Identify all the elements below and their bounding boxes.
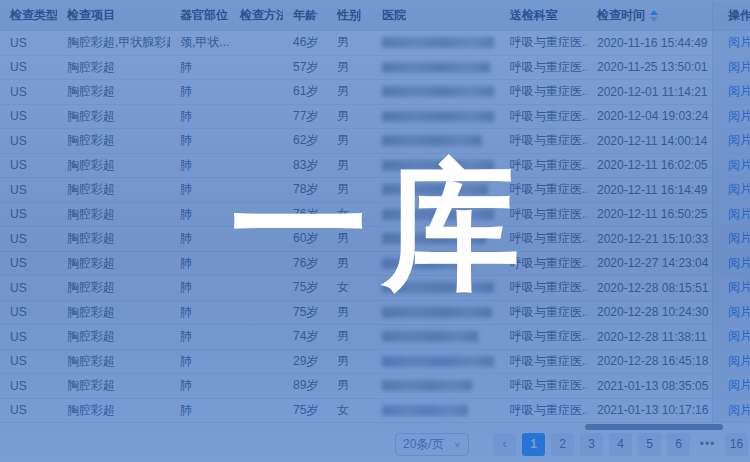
cell-age: 29岁 xyxy=(283,350,327,374)
cell-actions: 阅片 xyxy=(712,178,750,202)
hospital-redacted-blur xyxy=(382,307,492,318)
cell-exam-time: 2020-12-04 19:03:24 xyxy=(587,105,712,129)
cell-organ-part: 颈,甲状... xyxy=(170,31,230,55)
cell-send-dept: 呼吸与重症医... xyxy=(500,31,587,55)
view-image-link[interactable]: 阅片 xyxy=(728,328,750,345)
cell-send-dept: 呼吸与重症医... xyxy=(500,399,587,423)
cell-hospital xyxy=(372,301,500,325)
cell-send-dept: 呼吸与重症医... xyxy=(500,203,587,227)
cell-send-dept: 呼吸与重症医... xyxy=(500,105,587,129)
page-button-2[interactable]: 2 xyxy=(551,433,574,456)
page-button-6[interactable]: 6 xyxy=(667,433,690,456)
cell-organ-part: 肺 xyxy=(170,203,230,227)
view-image-link[interactable]: 阅片 xyxy=(728,377,750,394)
page-button-5[interactable]: 5 xyxy=(638,433,661,456)
cell-exam-item: 胸腔彩超 xyxy=(57,203,170,227)
cell-exam-item: 胸腔彩超 xyxy=(57,374,170,398)
cell-send-dept: 呼吸与重症医... xyxy=(500,374,587,398)
hospital-redacted-blur xyxy=(382,209,494,220)
cell-actions: 阅片 xyxy=(712,105,750,129)
cell-actions: 阅片 xyxy=(712,31,750,55)
view-image-link[interactable]: 阅片 xyxy=(728,83,750,100)
column-header-exam-method: 检查方法 xyxy=(230,7,283,24)
cell-exam-type: US xyxy=(0,252,57,276)
prev-page-button[interactable]: ‹ xyxy=(493,433,516,456)
table-row: US 胸腔彩超 肺 78岁 男 呼吸与重症医... 2020-12-11 16:… xyxy=(0,178,750,203)
cell-exam-type: US xyxy=(0,325,57,349)
cell-exam-method xyxy=(230,252,283,276)
cell-exam-method xyxy=(230,350,283,374)
hospital-redacted-blur xyxy=(382,111,494,122)
cell-organ-part: 肺 xyxy=(170,374,230,398)
view-image-link[interactable]: 阅片 xyxy=(728,230,750,247)
table-row: US 胸腔彩超 肺 76岁 女 呼吸与重症医... 2020-12-11 16:… xyxy=(0,203,750,228)
cell-exam-time: 2021-01-13 10:17:16 xyxy=(587,399,712,423)
page-button-1[interactable]: 1 xyxy=(522,433,545,456)
page-button-4[interactable]: 4 xyxy=(609,433,632,456)
cell-hospital xyxy=(372,154,500,178)
view-image-link[interactable]: 阅片 xyxy=(728,59,750,76)
table-row: US 胸腔彩超 肺 60岁 男 呼吸与重症医... 2020-12-21 15:… xyxy=(0,227,750,252)
cell-exam-type: US xyxy=(0,276,57,300)
cell-actions: 阅片 xyxy=(712,374,750,398)
more-pages-button[interactable]: ••• xyxy=(696,433,719,456)
cell-exam-item: 胸腔彩超 xyxy=(57,178,170,202)
view-image-link[interactable]: 阅片 xyxy=(728,206,750,223)
view-image-link[interactable]: 阅片 xyxy=(728,279,750,296)
view-image-link[interactable]: 阅片 xyxy=(728,108,750,125)
column-header-exam-time[interactable]: 检查时间 xyxy=(587,7,712,24)
hospital-redacted-blur xyxy=(382,233,486,244)
view-image-link[interactable]: 阅片 xyxy=(728,255,750,272)
page-button-16[interactable]: 16 xyxy=(725,433,748,456)
cell-age: 62岁 xyxy=(283,129,327,153)
cell-organ-part: 肺 xyxy=(170,276,230,300)
page-button-3[interactable]: 3 xyxy=(580,433,603,456)
cell-exam-time: 2020-12-27 14:23:04 xyxy=(587,252,712,276)
pagination-bar: 20条/页 ∨ ‹ 123456•••16 xyxy=(0,432,748,456)
view-image-link[interactable]: 阅片 xyxy=(728,132,750,149)
view-image-link[interactable]: 阅片 xyxy=(728,304,750,321)
view-image-link[interactable]: 阅片 xyxy=(728,181,750,198)
view-image-link[interactable]: 阅片 xyxy=(728,34,750,51)
column-header-organ-part: 器官部位 xyxy=(170,7,230,24)
cell-actions: 阅片 xyxy=(712,154,750,178)
table-row: US 胸腔彩超 肺 89岁 男 呼吸与重症医... 2021-01-13 08:… xyxy=(0,374,750,399)
table-row: US 胸腔彩超 肺 83岁 男 呼吸与重症医... 2020-12-11 16:… xyxy=(0,154,750,179)
cell-hospital xyxy=(372,325,500,349)
cell-gender: 男 xyxy=(327,31,372,55)
cell-actions: 阅片 xyxy=(712,129,750,153)
horizontal-scrollbar[interactable] xyxy=(0,424,750,431)
cell-exam-method xyxy=(230,227,283,251)
cell-exam-method xyxy=(230,178,283,202)
cell-exam-time: 2020-12-28 16:45:18 xyxy=(587,350,712,374)
view-image-link[interactable]: 阅片 xyxy=(728,353,750,370)
cell-gender: 女 xyxy=(327,203,372,227)
cell-exam-item: 胸腔彩超 xyxy=(57,350,170,374)
view-image-link[interactable]: 阅片 xyxy=(728,402,750,419)
cell-exam-type: US xyxy=(0,129,57,153)
chevron-left-icon: ‹ xyxy=(503,437,507,451)
cell-hospital xyxy=(372,227,500,251)
view-image-link[interactable]: 阅片 xyxy=(728,157,750,174)
page-size-select[interactable]: 20条/页 ∨ xyxy=(395,433,469,456)
cell-exam-type: US xyxy=(0,301,57,325)
cell-actions: 阅片 xyxy=(712,399,750,423)
cell-exam-method xyxy=(230,80,283,104)
cell-gender: 男 xyxy=(327,178,372,202)
cell-organ-part: 肺 xyxy=(170,325,230,349)
sort-caret-icon[interactable] xyxy=(650,10,658,22)
cell-send-dept: 呼吸与重症医... xyxy=(500,276,587,300)
table-header-row: 检查类型检查项目器官部位检查方法年龄性别医院送检科室检查时间操作 xyxy=(0,0,750,31)
cell-gender: 男 xyxy=(327,252,372,276)
cell-hospital xyxy=(372,105,500,129)
cell-exam-type: US xyxy=(0,56,57,80)
cell-hospital xyxy=(372,56,500,80)
table-row: US 胸腔彩超 肺 77岁 男 呼吸与重症医... 2020-12-04 19:… xyxy=(0,105,750,130)
cell-exam-item: 胸腔彩超 xyxy=(57,301,170,325)
table-body: US 胸腔彩超,甲状腺彩超 颈,甲状... 46岁 男 呼吸与重症医... 20… xyxy=(0,31,750,423)
cell-actions: 阅片 xyxy=(712,203,750,227)
column-header-exam-item: 检查项目 xyxy=(57,7,170,24)
cell-age: 75岁 xyxy=(283,276,327,300)
horizontal-scrollbar-thumb[interactable] xyxy=(585,424,723,430)
table-row: US 胸腔彩超,甲状腺彩超 颈,甲状... 46岁 男 呼吸与重症医... 20… xyxy=(0,31,750,56)
